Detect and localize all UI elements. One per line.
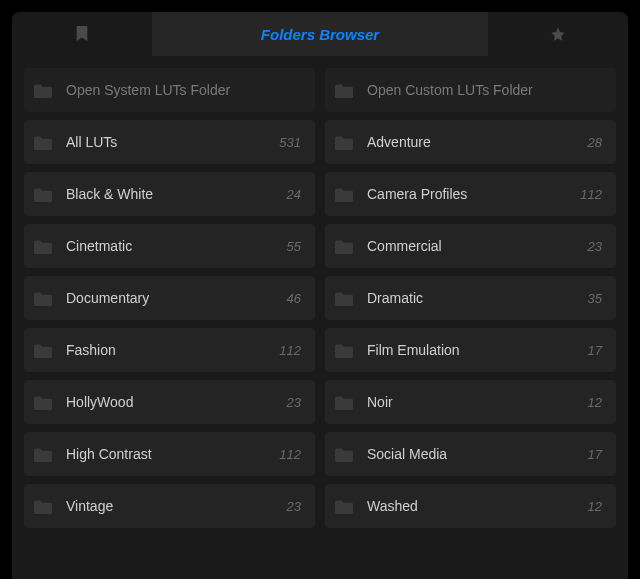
tab-bar: Folders Browser xyxy=(12,12,628,56)
row-label: Open Custom LUTs Folder xyxy=(367,82,602,98)
row-label: Washed xyxy=(367,498,588,514)
row-count: 12 xyxy=(588,499,602,514)
row-label: HollyWood xyxy=(66,394,287,410)
row-label: Social Media xyxy=(367,446,588,462)
row-count: 55 xyxy=(287,239,301,254)
row-label: Open System LUTs Folder xyxy=(66,82,301,98)
footer-space xyxy=(24,536,616,576)
row-count: 23 xyxy=(287,499,301,514)
folder-icon xyxy=(335,499,353,514)
folder-icon xyxy=(34,291,52,306)
row-label: Vintage xyxy=(66,498,287,514)
folder-icon xyxy=(335,395,353,410)
folder-icon xyxy=(34,239,52,254)
folder-row[interactable]: Cinetmatic 55 xyxy=(24,224,315,268)
row-label: Fashion xyxy=(66,342,279,358)
tab-favorites[interactable] xyxy=(488,12,628,56)
row-count: 112 xyxy=(580,187,602,202)
folder-row[interactable]: HollyWood 23 xyxy=(24,380,315,424)
folder-row[interactable]: Social Media 17 xyxy=(325,432,616,476)
folder-icon xyxy=(34,187,52,202)
tab-title: Folders Browser xyxy=(261,26,379,43)
folder-icon xyxy=(335,343,353,358)
row-label: High Contrast xyxy=(66,446,279,462)
folder-row[interactable]: Camera Profiles 112 xyxy=(325,172,616,216)
row-label: Dramatic xyxy=(367,290,588,306)
folder-icon xyxy=(34,395,52,410)
folder-icon xyxy=(335,291,353,306)
folder-row[interactable]: Black & White 24 xyxy=(24,172,315,216)
folder-row[interactable]: High Contrast 112 xyxy=(24,432,315,476)
folder-row[interactable]: Film Emulation 17 xyxy=(325,328,616,372)
folder-icon xyxy=(34,499,52,514)
row-count: 23 xyxy=(588,239,602,254)
star-icon xyxy=(550,26,566,42)
row-count: 35 xyxy=(588,291,602,306)
folder-row[interactable]: Washed 12 xyxy=(325,484,616,528)
folder-icon xyxy=(335,135,353,150)
row-count: 17 xyxy=(588,343,602,358)
folder-icon xyxy=(34,135,52,150)
row-count: 12 xyxy=(588,395,602,410)
row-label: Commercial xyxy=(367,238,588,254)
row-label: Noir xyxy=(367,394,588,410)
row-count: 112 xyxy=(279,343,301,358)
row-count: 17 xyxy=(588,447,602,462)
row-label: Black & White xyxy=(66,186,287,202)
folder-icon xyxy=(34,447,52,462)
folder-row[interactable]: Commercial 23 xyxy=(325,224,616,268)
row-label: Camera Profiles xyxy=(367,186,580,202)
row-label: Film Emulation xyxy=(367,342,588,358)
folder-icon xyxy=(335,447,353,462)
open-custom-luts-button[interactable]: Open Custom LUTs Folder xyxy=(325,68,616,112)
bookmark-icon xyxy=(75,26,89,42)
row-label: Adventure xyxy=(367,134,588,150)
folder-icon xyxy=(335,83,353,98)
row-count: 23 xyxy=(287,395,301,410)
open-system-luts-button[interactable]: Open System LUTs Folder xyxy=(24,68,315,112)
folder-row[interactable]: All LUTs 531 xyxy=(24,120,315,164)
row-label: Cinetmatic xyxy=(66,238,287,254)
row-count: 112 xyxy=(279,447,301,462)
row-count: 46 xyxy=(287,291,301,306)
folder-row[interactable]: Vintage 23 xyxy=(24,484,315,528)
row-count: 28 xyxy=(588,135,602,150)
row-label: Documentary xyxy=(66,290,287,306)
folder-row[interactable]: Fashion 112 xyxy=(24,328,315,372)
row-count: 531 xyxy=(279,135,301,150)
folder-icon xyxy=(34,343,52,358)
folder-row[interactable]: Adventure 28 xyxy=(325,120,616,164)
folder-row[interactable]: Documentary 46 xyxy=(24,276,315,320)
folder-icon xyxy=(335,239,353,254)
row-count: 24 xyxy=(287,187,301,202)
folder-row[interactable]: Noir 12 xyxy=(325,380,616,424)
row-label: All LUTs xyxy=(66,134,279,150)
folder-row[interactable]: Dramatic 35 xyxy=(325,276,616,320)
folders-grid: Open System LUTs Folder Open Custom LUTs… xyxy=(12,56,628,579)
folder-icon xyxy=(34,83,52,98)
folder-icon xyxy=(335,187,353,202)
tab-bookmarks[interactable] xyxy=(12,12,152,56)
folders-browser-panel: Folders Browser Open System LUTs Folder … xyxy=(12,12,628,579)
tab-folders-browser[interactable]: Folders Browser xyxy=(152,12,488,56)
